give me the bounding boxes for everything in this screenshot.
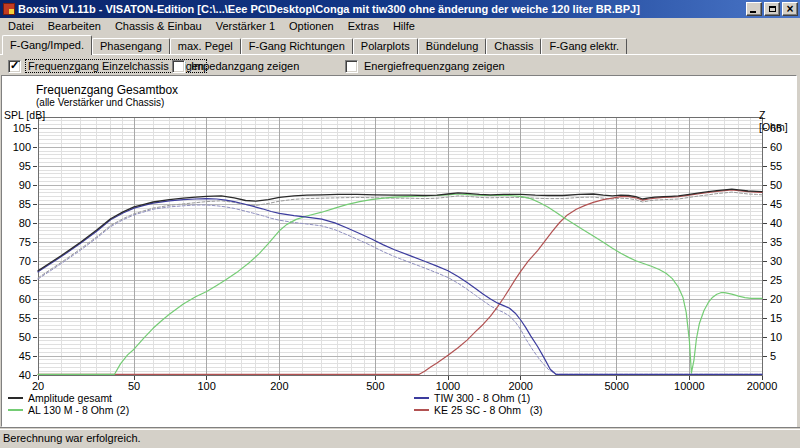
y-left-tick-label: 60 [19, 293, 31, 305]
title-bar: Boxsim V1.11b - VISATON-Edition [C:\...\… [0, 0, 800, 18]
y-left-tick-label: 45 [19, 350, 31, 362]
boxsim-window: { "window": { "title": "Boxsim V1.11b - … [0, 0, 800, 448]
x-tick-label: 10000 [674, 380, 705, 392]
x-tick-label: 100 [198, 380, 216, 392]
menu-item-extras[interactable]: Extras [341, 19, 386, 33]
y-right-tick-label: 10 [770, 331, 782, 343]
y-right-tick-label: 45 [770, 198, 782, 210]
legend-item-tiw-300-8-ohm-1: TIW 300 - 8 Ohm (1) [414, 392, 543, 404]
tab-phasengang[interactable]: Phasengang [92, 38, 170, 54]
tab-bündelung[interactable]: Bündelung [418, 38, 487, 54]
legend-item-amplitude-gesamt: Amplitude gesamt [8, 392, 129, 404]
y-left-tick-label: 100 [13, 141, 31, 153]
x-tick-label: 5000 [604, 380, 628, 392]
legend-column-1: Amplitude gesamtAL 130 M - 8 Ohm (2) [8, 392, 129, 416]
y-left-tick-label: 105 [13, 122, 31, 134]
legend-column-2: TIW 300 - 8 Ohm (1)KE 25 SC - 8 Ohm (3) [414, 392, 543, 416]
y-right-tick-label: 35 [770, 236, 782, 248]
checkbox-box[interactable] [8, 60, 21, 73]
y-left-tick-label: 40 [19, 369, 31, 381]
tab-max-pegel[interactable]: max. Pegel [170, 38, 241, 54]
legend-swatch [8, 409, 23, 411]
y-left-axis-label: SPL [dB] [4, 109, 45, 121]
y-left-tick-label: 55 [19, 312, 31, 324]
tab-f-gang-imped[interactable]: F-Gang/Imped. [2, 35, 92, 55]
tab-f-gang-elektr[interactable]: F-Gang elektr. [541, 38, 627, 54]
x-tick-label: 50 [128, 380, 140, 392]
window-controls [746, 2, 798, 16]
y-right-tick-label: 20 [770, 293, 782, 305]
x-tick-label: 2000 [508, 380, 532, 392]
x-tick-label: 1000 [436, 380, 460, 392]
y-right-tick-label: 25 [770, 274, 782, 286]
x-tick-label: 500 [366, 380, 384, 392]
y-left-tick-label: 65 [19, 274, 31, 286]
status-text: Berechnung war erfolgreich. [0, 429, 800, 445]
legend-swatch [8, 397, 23, 399]
y-left-tick-label: 50 [19, 331, 31, 343]
x-tick-label: 20 [32, 380, 44, 392]
y-right-tick-label: 5 [770, 350, 776, 362]
y-left-tick-label: 90 [19, 179, 31, 191]
content-panel: Frequenzgang Einzelchassis zeigenImpedan… [0, 54, 800, 427]
y-right-axis-label: Z [Ohm] [759, 109, 796, 133]
menu-item-bearbeiten[interactable]: Bearbeiten [41, 19, 108, 33]
frequency-response-chart: 4045505560657075808590951001055101520253… [2, 76, 796, 426]
legend-swatch [414, 397, 429, 399]
y-right-tick-label: 30 [770, 255, 782, 267]
y-right-tick-label: 55 [770, 160, 782, 172]
legend-swatch [414, 409, 429, 411]
y-left-tick-label: 70 [19, 255, 31, 267]
y-left-tick-label: 95 [19, 160, 31, 172]
status-bar: Berechnung war erfolgreich. [0, 427, 800, 448]
legend-label: KE 25 SC - 8 Ohm (3) [434, 404, 543, 416]
y-right-tick-label: 40 [770, 217, 782, 229]
checkbox-row: Frequenzgang Einzelchassis zeigenImpedan… [6, 58, 794, 74]
minimize-button[interactable] [746, 2, 762, 16]
menu-item-optionen[interactable]: Optionen [282, 19, 341, 33]
tab-polarplots[interactable]: Polarplots [353, 38, 418, 54]
curve-ke-25-sc-8-ohm-3 [38, 190, 762, 374]
close-button[interactable] [782, 2, 798, 16]
checkbox-label: Energiefrequenzgang zeigen [362, 60, 507, 72]
menu-bar: DateiBearbeitenChassis & EinbauVerstärke… [0, 18, 800, 34]
checkbox-box[interactable] [345, 60, 358, 73]
app-icon [3, 3, 15, 15]
y-left-tick-label: 80 [19, 217, 31, 229]
legend-label: Amplitude gesamt [28, 392, 112, 404]
chart-subtitle: (alle Verstärker und Chassis) [36, 97, 164, 108]
checkbox-label: Impedanzgang zeigen [189, 60, 301, 72]
x-tick-label: 200 [270, 380, 288, 392]
y-right-tick-label: 15 [770, 312, 782, 324]
restore-icon [769, 6, 776, 12]
chart-title: Frequenzgang Gesamtbox [36, 83, 178, 97]
restore-button[interactable] [764, 2, 780, 16]
legend-label: TIW 300 - 8 Ohm (1) [434, 392, 530, 404]
checkbox-energiefrequenzgang-zeigen[interactable]: Energiefrequenzgang zeigen [345, 58, 507, 74]
menu-item-datei[interactable]: Datei [1, 19, 41, 33]
chart-area: 4045505560657075808590951001055101520253… [1, 75, 797, 427]
y-right-tick-label: 50 [770, 179, 782, 191]
minimize-icon [750, 11, 756, 13]
menu-item-chassis-einbau[interactable]: Chassis & Einbau [108, 19, 209, 33]
menu-item-hilfe[interactable]: Hilfe [386, 19, 422, 33]
y-left-tick-label: 75 [19, 236, 31, 248]
y-right-tick-label: 60 [770, 141, 782, 153]
x-tick-label: 20000 [747, 380, 778, 392]
y-left-tick-label: 85 [19, 198, 31, 210]
legend-label: AL 130 M - 8 Ohm (2) [28, 404, 129, 416]
legend-item-al-130-m-8-ohm-2: AL 130 M - 8 Ohm (2) [8, 404, 129, 416]
legend-item-ke-25-sc-8-ohm-3: KE 25 SC - 8 Ohm (3) [414, 404, 543, 416]
menu-item-verstärker-1[interactable]: Verstärker 1 [209, 19, 282, 33]
checkbox-box[interactable] [172, 60, 185, 73]
window-title: Boxsim V1.11b - VISATON-Edition [C:\...\… [18, 3, 742, 15]
tab-chassis[interactable]: Chassis [486, 38, 541, 54]
checkbox-impedanzgang-zeigen[interactable]: Impedanzgang zeigen [172, 58, 301, 74]
tab-f-gang-richtungen[interactable]: F-Gang Richtungen [241, 38, 353, 54]
tab-strip: F-Gang/Imped.Phasengangmax. PegelF-Gang … [0, 34, 800, 54]
